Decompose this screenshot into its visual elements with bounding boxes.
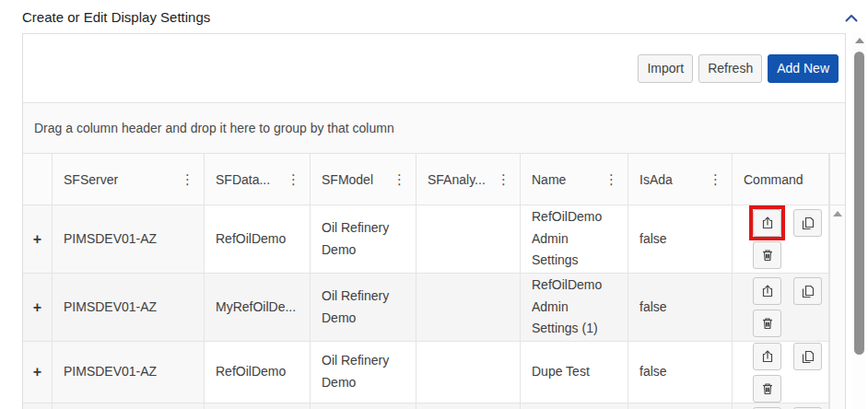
cell-name: RefOilDemo Admin Settings (521, 205, 628, 273)
header-expand-column (23, 154, 53, 204)
table-row: + PIMSDEV01-AZ RefOilDemo Oil Refinery D… (23, 205, 829, 274)
display-settings-panel: Import Refresh Add New Drag a column hea… (22, 33, 846, 409)
column-menu-icon[interactable]: ⋮ (285, 170, 302, 188)
page-scrollbar[interactable] (852, 33, 866, 409)
cell-sfanalysis (416, 205, 521, 273)
column-label: Name (532, 172, 566, 187)
grid-header-row: SFServer ⋮ SFData... ⋮ SFModel ⋮ SFAnaly… (23, 154, 845, 205)
copy-icon (801, 284, 815, 298)
arrow-up-icon[interactable] (833, 211, 842, 216)
expand-row-button[interactable]: + (23, 342, 53, 403)
group-drop-hint: Drag a column header and drop it here to… (34, 121, 394, 135)
import-button[interactable]: Import (638, 54, 693, 83)
refresh-button[interactable]: Refresh (698, 54, 762, 83)
column-header-sfmodel[interactable]: SFModel ⋮ (311, 154, 416, 204)
cell-command (733, 342, 829, 403)
column-label: SFServer (64, 172, 118, 187)
cell-isada: false (628, 274, 733, 341)
trash-icon (760, 248, 775, 263)
column-header-sfdatasource[interactable]: SFData... ⋮ (205, 154, 311, 204)
cell-name: Dupe Test (521, 342, 628, 403)
group-drop-zone[interactable]: Drag a column header and drop it here to… (23, 102, 845, 154)
cell-sfanalysis (416, 274, 521, 341)
cell-sfdatasource: MyRefOilDe... (205, 274, 311, 341)
export-icon (760, 284, 775, 298)
column-menu-icon[interactable]: ⋮ (179, 170, 196, 188)
cell-sfdatasource (205, 403, 311, 409)
cell-sfserver (53, 403, 205, 409)
table-row (23, 403, 829, 409)
cell-command (733, 205, 829, 273)
trash-icon (760, 316, 775, 331)
arrow-up-icon[interactable] (855, 38, 864, 43)
delete-button[interactable] (753, 310, 781, 337)
cell-name: RefOilDemo Admin Settings (1) (521, 274, 628, 341)
column-header-sfanalysis[interactable]: SFAnaly... ⋮ (416, 154, 521, 204)
column-header-name[interactable]: Name ⋮ (521, 154, 628, 204)
delete-button[interactable] (753, 241, 781, 269)
column-header-command: Command (733, 154, 829, 204)
delete-button[interactable] (753, 375, 781, 403)
expand-row-button[interactable]: + (23, 274, 53, 341)
cell-isada: false (628, 205, 733, 273)
copy-button[interactable] (793, 343, 822, 370)
export-button[interactable] (753, 277, 781, 305)
trash-icon (760, 381, 775, 396)
header-scrollbar-filler (830, 154, 845, 205)
export-button[interactable] (753, 209, 781, 237)
column-menu-icon[interactable]: ⋮ (391, 170, 408, 188)
cell-sfmodel: Oil Refinery Demo (311, 274, 416, 341)
expand-row-button[interactable]: + (23, 205, 53, 273)
cell-sfdatasource: RefOilDemo (205, 342, 311, 403)
cell-name (521, 403, 628, 409)
cell-isada: false (628, 342, 733, 403)
column-label: Command (744, 172, 803, 187)
page-scrollbar-thumb[interactable] (854, 52, 864, 355)
add-new-button[interactable]: Add New (768, 54, 839, 83)
column-menu-icon[interactable]: ⋮ (495, 170, 512, 188)
cell-sfdatasource: RefOilDemo (205, 205, 311, 273)
cell-sfserver: PIMSDEV01-AZ (53, 205, 205, 273)
column-menu-icon[interactable]: ⋮ (707, 170, 724, 188)
column-menu-icon[interactable]: ⋮ (603, 170, 620, 188)
column-label: IsAda (639, 172, 673, 187)
export-icon (760, 349, 775, 364)
data-grid: SFServer ⋮ SFData... ⋮ SFModel ⋮ SFAnaly… (23, 154, 845, 409)
grid-toolbar: Import Refresh Add New (23, 34, 845, 102)
page-title: Create or Edit Display Settings (22, 9, 210, 25)
cell-sfmodel: Oil Refinery Demo (311, 205, 416, 273)
cell-sfanalysis (416, 403, 521, 409)
column-header-isada[interactable]: IsAda ⋮ (628, 154, 733, 204)
cell-sfserver: PIMSDEV01-AZ (53, 342, 205, 403)
cell-sfmodel (311, 403, 416, 409)
grid-rows-viewport: + PIMSDEV01-AZ RefOilDemo Oil Refinery D… (23, 205, 829, 409)
collapse-panel-button[interactable] (841, 9, 862, 26)
cell-isada (628, 403, 733, 409)
copy-icon (801, 216, 815, 230)
export-button[interactable] (753, 343, 781, 370)
grid-scrollbar[interactable] (830, 205, 845, 409)
cell-sfserver: PIMSDEV01-AZ (53, 274, 205, 341)
cell-command (733, 403, 829, 409)
copy-button[interactable] (793, 277, 822, 305)
column-header-sfserver[interactable]: SFServer ⋮ (53, 154, 205, 204)
copy-icon (801, 349, 815, 364)
copy-button[interactable] (793, 209, 822, 237)
expand-row-button[interactable] (23, 403, 53, 409)
column-label: SFData... (216, 172, 270, 187)
column-label: SFAnaly... (428, 172, 486, 187)
cell-command (733, 274, 829, 341)
export-icon (760, 216, 775, 230)
column-label: SFModel (322, 172, 373, 187)
chevron-up-icon (845, 14, 858, 22)
cell-sfmodel: Oil Refinery Demo (311, 342, 416, 403)
grid-scrollbar-strip (829, 154, 845, 409)
cell-sfanalysis (416, 342, 521, 403)
table-row: + PIMSDEV01-AZ MyRefOilDe... Oil Refiner… (23, 274, 829, 342)
table-row: + PIMSDEV01-AZ RefOilDemo Oil Refinery D… (23, 342, 829, 403)
